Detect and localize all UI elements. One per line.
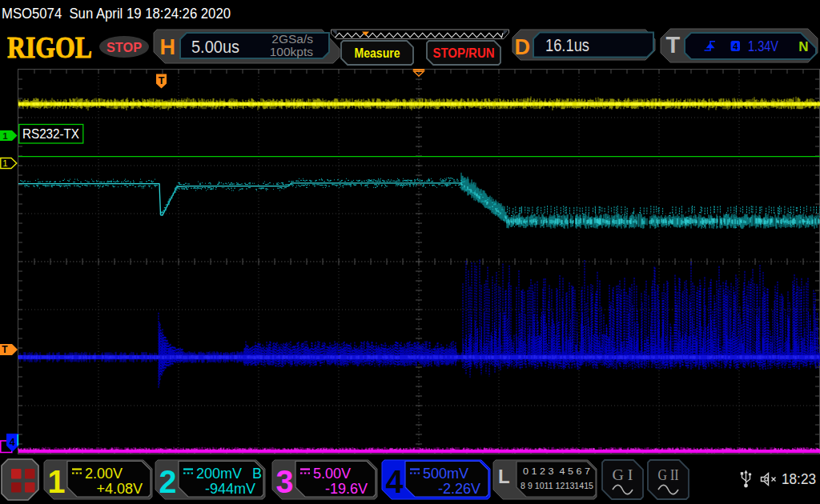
svg-text:D: D xyxy=(515,35,531,59)
svg-text:2.00V: 2.00V xyxy=(85,466,123,482)
svg-text:5.00us: 5.00us xyxy=(191,37,239,57)
svg-text:Measure: Measure xyxy=(355,46,400,61)
svg-text:4: 4 xyxy=(386,464,404,499)
svg-text:1: 1 xyxy=(2,158,7,168)
svg-text:-944mV: -944mV xyxy=(205,481,255,497)
svg-text:T: T xyxy=(159,75,165,86)
svg-text:H: H xyxy=(160,35,176,59)
svg-text:+4.08V: +4.08V xyxy=(96,481,143,497)
svg-text:18:23: 18:23 xyxy=(782,471,816,487)
svg-text:G I: G I xyxy=(613,466,633,483)
svg-text:STOP: STOP xyxy=(107,40,142,55)
svg-text:L: L xyxy=(498,466,510,487)
svg-text:G II: G II xyxy=(658,466,679,483)
svg-text:8 9 1011 12131415: 8 9 1011 12131415 xyxy=(521,481,593,490)
svg-text:B: B xyxy=(252,466,262,482)
svg-text:1: 1 xyxy=(2,131,8,141)
svg-text:N: N xyxy=(798,39,808,54)
svg-text:RS232-TX: RS232-TX xyxy=(22,126,79,141)
svg-text:T: T xyxy=(666,32,681,58)
svg-text:5.00V: 5.00V xyxy=(313,466,351,482)
svg-text:RIGOL: RIGOL xyxy=(7,30,92,64)
svg-text:1: 1 xyxy=(48,464,66,499)
svg-text:500mV: 500mV xyxy=(423,466,468,482)
svg-text:4: 4 xyxy=(733,42,738,51)
svg-text:2: 2 xyxy=(159,464,177,499)
svg-text:STOP/RUN: STOP/RUN xyxy=(433,46,495,61)
svg-text:100kpts: 100kpts xyxy=(270,45,314,58)
svg-text:0 1 2 3 4 5 6 7: 0 1 2 3 4 5 6 7 xyxy=(523,466,590,476)
svg-text:200mV: 200mV xyxy=(196,466,242,482)
svg-text:4: 4 xyxy=(10,437,15,448)
svg-text:1.34V: 1.34V xyxy=(748,38,778,54)
svg-text:16.1us: 16.1us xyxy=(545,35,589,55)
svg-text:MSO5074 Sun April 19 18:24:26: MSO5074 Sun April 19 18:24:26 2020 xyxy=(2,5,231,22)
svg-text:T: T xyxy=(2,344,8,355)
svg-text:2GSa/s: 2GSa/s xyxy=(271,32,313,46)
svg-text:-19.6V: -19.6V xyxy=(325,481,368,497)
svg-text:3: 3 xyxy=(276,464,294,499)
svg-text:-2.26V: -2.26V xyxy=(438,481,480,497)
